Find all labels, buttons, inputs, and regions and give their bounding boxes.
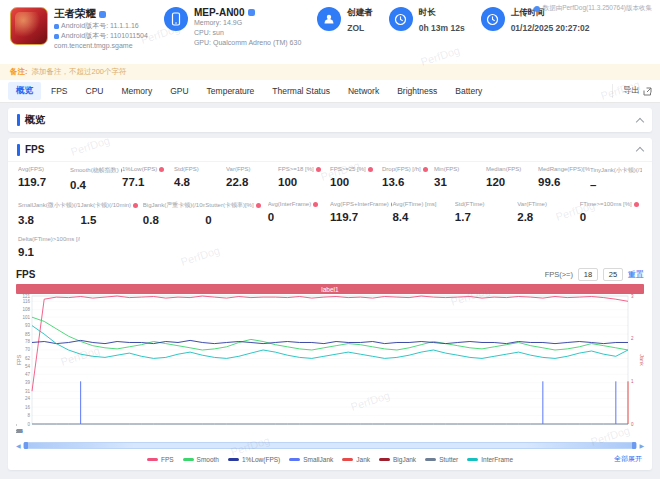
collapse-chevron-icon[interactable] bbox=[636, 147, 644, 155]
fps-section-header[interactable]: FPS bbox=[8, 138, 652, 162]
legend-swatch-icon bbox=[342, 458, 353, 461]
legend-item-smalljank[interactable]: SmallJank bbox=[289, 456, 333, 463]
help-icon[interactable] bbox=[316, 167, 321, 172]
device-info: MEP-AN00 Memory: 14.9G CPU: sun GPU: Qua… bbox=[164, 7, 301, 48]
legend-swatch-icon bbox=[289, 458, 300, 461]
legend-item-stutter[interactable]: Stutter bbox=[425, 456, 458, 463]
metric-label: Avg(FPS) bbox=[18, 166, 70, 172]
metric-label: SmallJank(微小卡顿)(/10min) bbox=[18, 201, 80, 210]
tab-network[interactable]: Network bbox=[340, 83, 387, 99]
svg-text:116: 116 bbox=[23, 299, 31, 304]
duration-label: 时长 bbox=[419, 7, 465, 19]
export-button[interactable]: 导出 bbox=[612, 84, 652, 98]
metric-value: 77.1 bbox=[122, 176, 174, 188]
tab-cpu[interactable]: CPU bbox=[78, 83, 112, 99]
legend-item-smooth[interactable]: Smooth bbox=[183, 456, 219, 463]
expand-all-link[interactable]: 全部展开 bbox=[614, 454, 642, 464]
metrics-grid: Avg(FPS)119.7Smooth(稳帧指数)0.41%Low(FPS)77… bbox=[8, 162, 652, 264]
reset-button[interactable]: 重置 bbox=[628, 269, 644, 280]
metric-value: 0.8 bbox=[143, 214, 205, 226]
legend-item-fps[interactable]: FPS bbox=[147, 456, 174, 463]
fps-threshold-input-2[interactable]: 25 bbox=[603, 268, 623, 281]
metric-value: 120 bbox=[486, 176, 538, 188]
note-bar[interactable]: 备注: 添加备注，不超过200个字符 bbox=[0, 64, 660, 80]
legend-swatch-icon bbox=[467, 458, 478, 461]
metric-value: 119.7 bbox=[18, 176, 70, 188]
metric-value: 9.1 bbox=[18, 246, 80, 258]
tab-fps[interactable]: FPS bbox=[43, 83, 76, 99]
metric-label: Std(FTime) bbox=[455, 201, 517, 207]
app-info-badge-icon[interactable] bbox=[99, 11, 106, 18]
accent-bar bbox=[17, 114, 20, 126]
metric-label: Avg(FTime) [ms] bbox=[392, 201, 454, 207]
device-badge-icon[interactable] bbox=[248, 9, 255, 16]
scroll-left-icon[interactable]: ◀ bbox=[16, 443, 21, 449]
note-placeholder[interactable]: 添加备注，不超过200个字符 bbox=[32, 67, 127, 77]
chart-header: FPS FPS(>=) 18 25 重置 bbox=[16, 266, 644, 282]
fps-threshold-input-1[interactable]: 18 bbox=[578, 268, 598, 281]
metric-value: – bbox=[590, 179, 642, 191]
scroll-handle-left[interactable] bbox=[24, 442, 28, 449]
svg-text:31: 31 bbox=[25, 389, 31, 394]
clock-icon bbox=[389, 7, 413, 31]
help-icon[interactable] bbox=[634, 202, 639, 207]
svg-text:108: 108 bbox=[22, 307, 30, 312]
app-package: com.tencent.tmgp.sgame bbox=[54, 41, 148, 51]
scroll-right-icon[interactable]: ▶ bbox=[639, 443, 644, 449]
help-icon[interactable] bbox=[368, 167, 373, 172]
metric: Jank(卡顿)(/10min)1.5 bbox=[80, 201, 142, 226]
svg-text:85: 85 bbox=[25, 332, 31, 337]
metric-label: MedRange(FPS)[%] bbox=[538, 166, 590, 172]
metric: SmallJank(微小卡顿)(/10min)3.8 bbox=[18, 201, 80, 226]
android-tag-icon bbox=[54, 24, 59, 29]
scroll-handle-right[interactable] bbox=[632, 442, 636, 449]
svg-text:8: 8 bbox=[27, 413, 30, 418]
overview-section-header[interactable]: 概览 bbox=[8, 108, 652, 132]
svg-text:101: 101 bbox=[22, 315, 30, 320]
app-info: 王者荣耀 Android版本号: 11.1.1.16 Android版本号: 1… bbox=[10, 7, 148, 51]
fps-card: FPS Avg(FPS)119.7Smooth(稳帧指数)0.41%Low(FP… bbox=[8, 138, 652, 470]
scroll-track[interactable] bbox=[23, 442, 638, 449]
help-icon[interactable] bbox=[423, 167, 428, 172]
help-icon[interactable] bbox=[313, 202, 318, 207]
tab-gpu[interactable]: GPU bbox=[162, 83, 196, 99]
legend-item-1-low-fps-[interactable]: 1%Low(FPS) bbox=[228, 456, 280, 463]
help-icon[interactable] bbox=[133, 203, 138, 208]
legend-item-bigjank[interactable]: BigJank bbox=[379, 456, 416, 463]
help-icon[interactable] bbox=[256, 203, 261, 208]
metric-label: FPS>=25 [%] bbox=[330, 166, 382, 172]
svg-text:70: 70 bbox=[25, 347, 31, 352]
fps-line-chart[interactable]: 1211161081019385787062544739312416803210… bbox=[16, 294, 644, 436]
metric: FTime>=100ms [%]0 bbox=[580, 201, 642, 226]
metric: Stutter(卡顿率)[%]0 bbox=[205, 201, 267, 226]
metric-label: Delta(FTime)>100ms [/h] bbox=[18, 236, 80, 242]
metric-value: 100 bbox=[278, 176, 330, 188]
svg-text:54: 54 bbox=[25, 364, 31, 369]
metric-label: Jank(卡顿)(/10min) bbox=[80, 201, 142, 210]
svg-text:0: 0 bbox=[27, 422, 30, 427]
tab-thermal-status[interactable]: Thermal Status bbox=[264, 83, 338, 99]
tab-memory[interactable]: Memory bbox=[113, 83, 160, 99]
tab-overview[interactable]: 概览 bbox=[8, 82, 41, 100]
tab-bar: 概览FPSCPUMemoryGPUTemperatureThermal Stat… bbox=[0, 80, 660, 103]
metric-value: 22.8 bbox=[226, 176, 278, 188]
chart-scrollbar[interactable]: ◀ ▶ bbox=[16, 441, 644, 450]
tab-temperature[interactable]: Temperature bbox=[199, 83, 263, 99]
metric-value: 4.8 bbox=[174, 176, 226, 188]
metric: Delta(FTime)>100ms [/h]9.1 bbox=[18, 236, 80, 258]
legend-item-jank[interactable]: Jank bbox=[342, 456, 370, 463]
svg-text:93: 93 bbox=[25, 323, 31, 328]
fps-threshold-label: FPS(>=) bbox=[545, 270, 573, 279]
metric-value: 0 bbox=[205, 214, 267, 226]
metric: Avg(FPS)119.7 bbox=[18, 166, 70, 191]
metric-label: FTime>=100ms [%] bbox=[580, 201, 642, 207]
overview-card: 概览 bbox=[8, 108, 652, 132]
chart-annotation-band[interactable]: label1 bbox=[16, 284, 644, 294]
tab-brightness[interactable]: Brightness bbox=[389, 83, 445, 99]
help-icon[interactable] bbox=[159, 167, 164, 172]
metric-label: BigJank(严重卡顿)(/10min) bbox=[143, 201, 205, 210]
collapse-chevron-icon[interactable] bbox=[636, 117, 644, 125]
tab-battery[interactable]: Battery bbox=[447, 83, 490, 99]
legend-item-interframe[interactable]: InterFrame bbox=[467, 456, 513, 463]
metric-value: 2.8 bbox=[517, 211, 579, 223]
